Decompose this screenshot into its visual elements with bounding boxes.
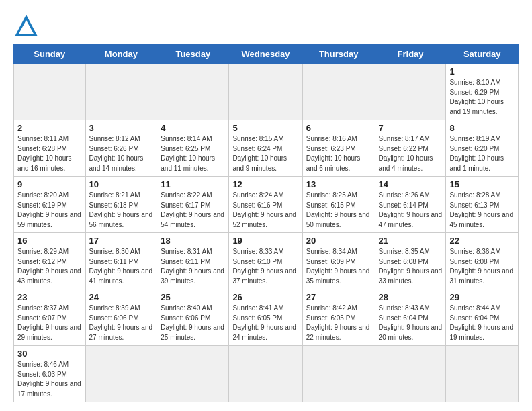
day-number: 15 [449,179,515,189]
calendar-header [13,13,519,38]
weekday-header-tuesday: Tuesday [157,45,229,64]
day-number: 29 [449,292,515,302]
day-info: Sunrise: 8:39 AM Sunset: 6:06 PM Dayligh… [89,304,154,342]
logo-icon [13,13,39,38]
day-info: Sunrise: 8:40 AM Sunset: 6:06 PM Dayligh… [161,304,225,342]
calendar-cell: 21Sunrise: 8:35 AM Sunset: 6:08 PM Dayli… [375,233,446,289]
calendar-cell: 1Sunrise: 8:10 AM Sunset: 6:29 PM Daylig… [446,64,519,120]
calendar-cell: 26Sunrise: 8:41 AM Sunset: 6:05 PM Dayli… [229,289,302,346]
day-info: Sunrise: 8:33 AM Sunset: 6:10 PM Dayligh… [232,247,298,286]
day-info: Sunrise: 8:26 AM Sunset: 6:14 PM Dayligh… [379,191,443,230]
day-number: 25 [161,292,225,302]
day-number: 26 [232,292,298,302]
day-info: Sunrise: 8:16 AM Sunset: 6:23 PM Dayligh… [306,134,371,173]
calendar-cell: 30Sunrise: 8:46 AM Sunset: 6:03 PM Dayli… [14,346,86,402]
calendar-cell [85,64,157,120]
calendar-cell: 20Sunrise: 8:34 AM Sunset: 6:09 PM Dayli… [302,233,375,289]
day-number: 10 [89,179,154,189]
calendar-cell: 10Sunrise: 8:21 AM Sunset: 6:18 PM Dayli… [85,177,157,233]
calendar-cell: 19Sunrise: 8:33 AM Sunset: 6:10 PM Dayli… [229,233,302,289]
calendar-cell: 9Sunrise: 8:20 AM Sunset: 6:19 PM Daylig… [14,177,86,233]
calendar-table: SundayMondayTuesdayWednesdayThursdayFrid… [13,44,519,402]
calendar-cell [375,346,446,402]
calendar-cell: 8Sunrise: 8:19 AM Sunset: 6:20 PM Daylig… [446,120,519,177]
day-info: Sunrise: 8:29 AM Sunset: 6:12 PM Dayligh… [17,247,82,286]
day-info: Sunrise: 8:30 AM Sunset: 6:11 PM Dayligh… [89,247,154,286]
day-number: 2 [17,123,82,133]
calendar-cell: 18Sunrise: 8:31 AM Sunset: 6:11 PM Dayli… [157,233,229,289]
day-number: 5 [232,123,298,133]
day-number: 18 [161,236,225,246]
day-info: Sunrise: 8:44 AM Sunset: 6:04 PM Dayligh… [449,304,515,342]
day-info: Sunrise: 8:35 AM Sunset: 6:08 PM Dayligh… [379,247,443,286]
day-number: 28 [379,292,443,302]
weekday-header-sunday: Sunday [14,45,86,64]
day-number: 17 [89,236,154,246]
calendar-cell: 14Sunrise: 8:26 AM Sunset: 6:14 PM Dayli… [375,177,446,233]
day-info: Sunrise: 8:28 AM Sunset: 6:13 PM Dayligh… [449,191,515,230]
weekday-header-friday: Friday [375,45,446,64]
calendar-cell [375,64,446,120]
calendar-cell [229,64,302,120]
day-info: Sunrise: 8:42 AM Sunset: 6:05 PM Dayligh… [306,304,371,342]
day-info: Sunrise: 8:24 AM Sunset: 6:16 PM Dayligh… [232,191,298,230]
calendar-cell: 29Sunrise: 8:44 AM Sunset: 6:04 PM Dayli… [446,289,519,346]
day-number: 11 [161,179,225,189]
calendar-cell: 23Sunrise: 8:37 AM Sunset: 6:07 PM Dayli… [14,289,86,346]
calendar-cell [229,346,302,402]
calendar-cell: 28Sunrise: 8:43 AM Sunset: 6:04 PM Dayli… [375,289,446,346]
calendar-cell: 4Sunrise: 8:14 AM Sunset: 6:25 PM Daylig… [157,120,229,177]
day-info: Sunrise: 8:10 AM Sunset: 6:29 PM Dayligh… [449,78,515,117]
calendar-cell: 11Sunrise: 8:22 AM Sunset: 6:17 PM Dayli… [157,177,229,233]
day-info: Sunrise: 8:14 AM Sunset: 6:25 PM Dayligh… [161,134,225,173]
day-number: 1 [449,66,515,77]
calendar-cell: 27Sunrise: 8:42 AM Sunset: 6:05 PM Dayli… [302,289,375,346]
day-info: Sunrise: 8:36 AM Sunset: 6:08 PM Dayligh… [449,247,515,286]
day-info: Sunrise: 8:25 AM Sunset: 6:15 PM Dayligh… [306,191,371,230]
day-number: 3 [89,123,154,133]
day-number: 22 [449,236,515,246]
day-info: Sunrise: 8:31 AM Sunset: 6:11 PM Dayligh… [161,247,225,286]
calendar-cell [85,346,157,402]
calendar-cell: 2Sunrise: 8:11 AM Sunset: 6:28 PM Daylig… [14,120,86,177]
day-number: 9 [17,179,82,189]
calendar-cell [157,346,229,402]
day-number: 21 [379,236,443,246]
day-info: Sunrise: 8:11 AM Sunset: 6:28 PM Dayligh… [17,134,82,173]
calendar-cell: 24Sunrise: 8:39 AM Sunset: 6:06 PM Dayli… [85,289,157,346]
weekday-header-saturday: Saturday [446,45,519,64]
day-info: Sunrise: 8:46 AM Sunset: 6:03 PM Dayligh… [17,360,82,399]
day-number: 27 [306,292,371,302]
calendar-cell: 17Sunrise: 8:30 AM Sunset: 6:11 PM Dayli… [85,233,157,289]
calendar-cell: 13Sunrise: 8:25 AM Sunset: 6:15 PM Dayli… [302,177,375,233]
day-number: 12 [232,179,298,189]
calendar-cell: 3Sunrise: 8:12 AM Sunset: 6:26 PM Daylig… [85,120,157,177]
day-number: 7 [379,123,443,133]
day-info: Sunrise: 8:17 AM Sunset: 6:22 PM Dayligh… [379,134,443,173]
day-number: 24 [89,292,154,302]
calendar-cell [302,64,375,120]
day-info: Sunrise: 8:20 AM Sunset: 6:19 PM Dayligh… [17,191,82,230]
day-number: 8 [449,123,515,133]
calendar-cell: 22Sunrise: 8:36 AM Sunset: 6:08 PM Dayli… [446,233,519,289]
day-number: 19 [232,236,298,246]
day-info: Sunrise: 8:37 AM Sunset: 6:07 PM Dayligh… [17,304,82,342]
calendar-cell: 5Sunrise: 8:15 AM Sunset: 6:24 PM Daylig… [229,120,302,177]
day-number: 4 [161,123,225,133]
calendar-cell [302,346,375,402]
calendar-cell: 12Sunrise: 8:24 AM Sunset: 6:16 PM Dayli… [229,177,302,233]
day-info: Sunrise: 8:43 AM Sunset: 6:04 PM Dayligh… [379,304,443,342]
logo [13,13,42,38]
day-number: 23 [17,292,82,302]
day-info: Sunrise: 8:21 AM Sunset: 6:18 PM Dayligh… [89,191,154,230]
calendar-cell: 7Sunrise: 8:17 AM Sunset: 6:22 PM Daylig… [375,120,446,177]
day-number: 6 [306,123,371,133]
day-number: 16 [17,236,82,246]
day-number: 20 [306,236,371,246]
calendar-cell [157,64,229,120]
day-number: 30 [17,349,82,359]
day-info: Sunrise: 8:22 AM Sunset: 6:17 PM Dayligh… [161,191,225,230]
day-info: Sunrise: 8:34 AM Sunset: 6:09 PM Dayligh… [306,247,371,286]
day-number: 14 [379,179,443,189]
weekday-header-wednesday: Wednesday [229,45,302,64]
